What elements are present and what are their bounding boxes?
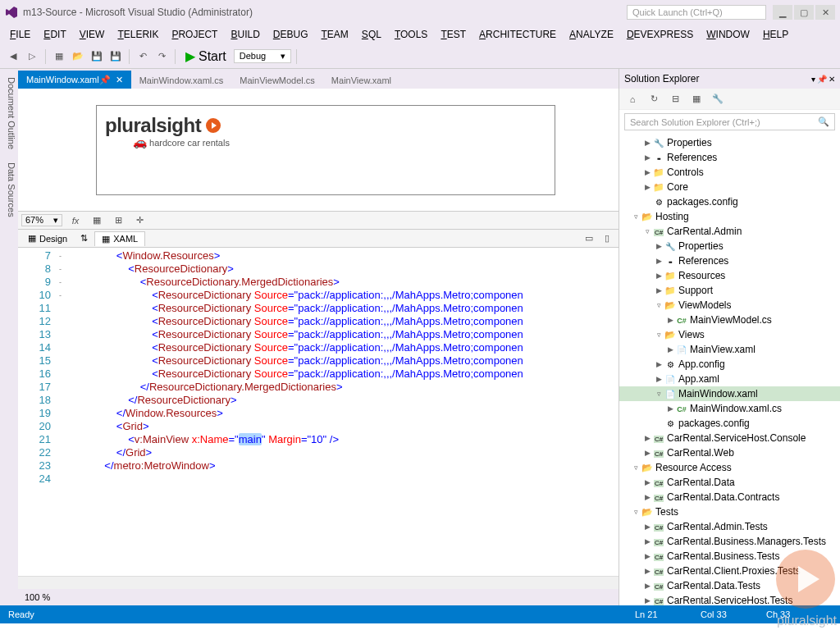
snap-icon[interactable]: ⊞: [110, 212, 126, 229]
tree-item[interactable]: ▶CarRental.Data: [619, 475, 840, 490]
tree-item[interactable]: ▶Support: [619, 283, 840, 298]
back-button[interactable]: ◀: [5, 48, 21, 65]
menu-project[interactable]: PROJECT: [167, 27, 222, 42]
tab-mainwindow-xaml[interactable]: MainWindow.xaml📌✕: [18, 71, 131, 89]
menu-bar: FILEEDITVIEWTELERIKPROJECTBUILDDEBUGTEAM…: [0, 25, 840, 44]
fold-column[interactable]: --- -: [59, 248, 69, 576]
tree-item[interactable]: ▶References: [619, 253, 840, 268]
swap-panes-icon[interactable]: ⇅: [80, 233, 88, 244]
horizontal-scrollbar[interactable]: [18, 576, 619, 589]
design-tab[interactable]: ▦ Design: [21, 231, 74, 245]
show-all-icon[interactable]: ▦: [688, 91, 705, 107]
solution-search-input[interactable]: Search Solution Explorer (Ctrl+;)🔍: [624, 113, 835, 130]
tree-item[interactable]: ▿Resource Access: [619, 460, 840, 475]
tree-item[interactable]: ▿CarRental.Admin: [619, 224, 840, 239]
design-canvas[interactable]: pluralsight 🚗 hardcore car rentals: [96, 105, 555, 195]
menu-telerik[interactable]: TELERIK: [112, 27, 163, 42]
editor-zoom[interactable]: 100 %: [18, 589, 619, 605]
maximize-button[interactable]: ▢: [794, 5, 814, 20]
menu-sql[interactable]: SQL: [357, 27, 386, 42]
tree-item[interactable]: ▶MainWindow.xaml.cs: [619, 401, 840, 416]
config-dropdown[interactable]: Debug▾: [234, 49, 291, 63]
menu-test[interactable]: TEST: [436, 27, 471, 42]
quick-launch-input[interactable]: Quick Launch (Ctrl+Q): [627, 5, 766, 20]
logo-subtitle: 🚗 hardcore car rentals: [133, 135, 546, 148]
menu-devexpress[interactable]: DEVEXPRESS: [622, 27, 698, 42]
tree-item[interactable]: ▶Properties: [619, 135, 840, 150]
zoom-dropdown[interactable]: 67%▾: [21, 214, 62, 226]
status-line: Ln 21: [635, 609, 701, 619]
tree-item[interactable]: ▶Core: [619, 180, 840, 194]
save-icon[interactable]: 💾: [89, 48, 105, 65]
tree-item[interactable]: ▿ViewModels: [619, 298, 840, 313]
minimize-button[interactable]: ▁: [773, 5, 792, 20]
tree-item[interactable]: ▶App.config: [619, 357, 840, 372]
tree-item[interactable]: ▶CarRental.Data.Contracts: [619, 490, 840, 504]
tree-item[interactable]: ▶CarRental.Web: [619, 445, 840, 460]
collapse-icon[interactable]: ⊟: [667, 91, 683, 107]
open-icon[interactable]: 📂: [70, 48, 86, 65]
home-icon[interactable]: ⌂: [624, 91, 641, 107]
menu-build[interactable]: BUILD: [226, 27, 264, 42]
tree-item[interactable]: packages.config: [619, 416, 840, 431]
tree-item[interactable]: ▶References: [619, 150, 840, 165]
menu-architecture[interactable]: ARCHITECTURE: [474, 27, 561, 42]
menu-view[interactable]: VIEW: [75, 27, 110, 42]
grid-icon[interactable]: ▦: [89, 212, 105, 229]
start-debug-button[interactable]: ▶Start: [180, 48, 231, 64]
guides-icon[interactable]: ✛: [131, 212, 148, 229]
split-horizontal-icon[interactable]: ▭: [581, 231, 597, 247]
tree-item[interactable]: ▶MainViewModel.cs: [619, 313, 840, 327]
panel-pin-icon[interactable]: 📌: [817, 75, 827, 84]
designer-toolbar: 67%▾ fx ▦ ⊞ ✛: [18, 212, 619, 230]
xaml-tab[interactable]: ▦ XAML: [94, 231, 145, 246]
status-bar: Ready Ln 21 Col 33 Ch 33: [0, 605, 840, 623]
menu-file[interactable]: FILE: [5, 27, 35, 42]
menu-edit[interactable]: EDIT: [39, 27, 71, 42]
close-button[interactable]: ✕: [815, 5, 835, 20]
status-col: Col 33: [701, 609, 766, 619]
tree-item[interactable]: ▶CarRental.ServiceHost.Console: [619, 431, 840, 445]
tree-item[interactable]: ▶Resources: [619, 268, 840, 283]
refresh-icon[interactable]: ↻: [646, 91, 662, 107]
side-tab-document-outline[interactable]: Document Outline: [0, 72, 18, 154]
xaml-designer[interactable]: pluralsight 🚗 hardcore car rentals: [18, 89, 619, 212]
panel-close-icon[interactable]: ✕: [829, 75, 835, 84]
menu-team[interactable]: TEAM: [317, 27, 354, 42]
pluralsight-play-overlay[interactable]: [776, 550, 835, 609]
fx-icon[interactable]: fx: [67, 212, 84, 229]
new-project-icon[interactable]: ▦: [51, 48, 67, 65]
properties-icon[interactable]: 🔧: [710, 91, 726, 107]
side-tab-data-sources[interactable]: Data Sources: [0, 158, 18, 222]
forward-button[interactable]: ▷: [24, 48, 40, 65]
tree-item[interactable]: ▶MainView.xaml: [619, 342, 840, 357]
tree-item[interactable]: packages.config: [619, 194, 840, 209]
solution-tree[interactable]: ▶Properties▶References▶Controls▶Corepack…: [619, 134, 840, 605]
tab-mainwindow-xaml-cs[interactable]: MainWindow.xaml.cs: [131, 71, 232, 89]
menu-help[interactable]: HELP: [758, 27, 793, 42]
tree-item[interactable]: ▶CarRental.Admin.Tests: [619, 519, 840, 534]
menu-window[interactable]: WINDOW: [701, 27, 755, 42]
menu-tools[interactable]: TOOLS: [390, 27, 432, 42]
split-vertical-icon[interactable]: ▯: [599, 231, 615, 247]
tree-item[interactable]: ▿MainWindow.xaml: [619, 386, 840, 401]
tree-item[interactable]: ▶CarRental.Business.Managers.Tests: [619, 534, 840, 549]
tab-mainviewmodel-cs[interactable]: MainViewModel.cs: [231, 71, 323, 89]
tree-item[interactable]: ▿Views: [619, 327, 840, 342]
tree-item[interactable]: ▿Hosting: [619, 209, 840, 224]
code-editor[interactable]: 789101112131415161718192021222324 --- - …: [18, 248, 619, 576]
tab-mainview-xaml[interactable]: MainView.xaml: [323, 71, 399, 89]
menu-debug[interactable]: DEBUG: [268, 27, 313, 42]
menu-analyze[interactable]: ANALYZE: [564, 27, 619, 42]
panel-dropdown-icon[interactable]: ▾: [811, 75, 815, 84]
tree-item[interactable]: ▶Properties: [619, 239, 840, 253]
undo-icon[interactable]: ↶: [135, 48, 151, 65]
save-all-icon[interactable]: 💾: [107, 48, 124, 65]
left-tool-tabs: Document OutlineData Sources: [0, 69, 18, 605]
tree-item[interactable]: ▶App.xaml: [619, 372, 840, 386]
tree-item[interactable]: ▶Controls: [619, 165, 840, 180]
code-text[interactable]: <Window.Resources> <ResourceDictionary> …: [69, 248, 619, 576]
tree-item[interactable]: ▿Tests: [619, 504, 840, 519]
redo-icon[interactable]: ↷: [153, 48, 170, 65]
document-tabs: MainWindow.xaml📌✕ MainWindow.xaml.cs Mai…: [18, 69, 619, 89]
